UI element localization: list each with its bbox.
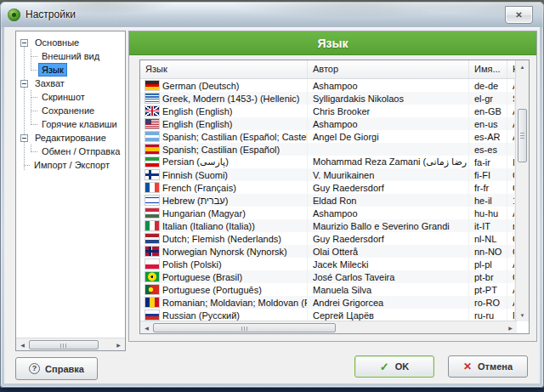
scroll-left-icon[interactable]: ◀ (140, 321, 153, 333)
table-row[interactable]: Persian (پارسی)Mohammad Reza Zamani (محم… (140, 156, 515, 168)
comment-partial: 1 (507, 194, 515, 207)
tree-item-2[interactable]: Язык (16, 63, 125, 77)
table-row[interactable]: Italian (Italiano (Italia))Maurizio Ball… (140, 219, 515, 232)
column-header-author[interactable]: Автор (308, 60, 469, 78)
author-name: Maurizio Ballo e Severino Grandi (308, 219, 469, 232)
scroll-up-icon[interactable]: ▲ (516, 60, 529, 73)
flag-icon-ro (145, 298, 159, 307)
locale-code: ro-RO (469, 296, 507, 309)
titlebar[interactable]: Настройки ✕ (0, 2, 544, 27)
column-header-name[interactable]: Имя... (469, 60, 507, 78)
table-row[interactable]: Romanian; Moldavian; Moldovan (Română)An… (140, 296, 515, 309)
desktop-background: Настройки ✕ ОсновныеВнешний видЯзыкЗахва… (0, 0, 544, 392)
cancel-button[interactable]: ✕ Отмена (448, 355, 528, 378)
scroll-right-icon[interactable]: ▶ (112, 338, 125, 350)
locale-code: pl-pl (469, 258, 507, 270)
tree-item-3[interactable]: Захват (16, 77, 125, 90)
tree-item-1[interactable]: Внешний вид (16, 49, 125, 63)
table-row[interactable]: Spanish; Castilian (Español)es-es (140, 143, 515, 156)
flag-icon-ar (145, 132, 159, 141)
cancel-button-label: Отмена (478, 361, 513, 372)
help-button[interactable]: ? Справка (15, 357, 98, 380)
flag-icon-ru (145, 310, 159, 320)
locale-code: fa-ir (469, 156, 507, 168)
tree-item-label: Горячие клавиши (39, 118, 120, 130)
scroll-left-icon[interactable]: ◀ (16, 338, 29, 350)
table-row[interactable]: Polish (Polski)Jacek Mileckipl-plA (140, 258, 515, 270)
locale-code: it-IT (469, 219, 507, 232)
ok-button[interactable]: ✓ OK (354, 355, 434, 378)
table-row[interactable]: Russian (Русский)Сергей Царёвru-ruГ (140, 309, 515, 321)
locale-code: fr-fr (469, 181, 507, 194)
table-header-row: Язык Автор Имя... К (140, 60, 529, 79)
settings-dialog: Настройки ✕ ОсновныеВнешний видЯзыкЗахва… (0, 2, 544, 388)
flag-icon-no (145, 247, 159, 256)
flag-icon-ir (145, 157, 159, 167)
locale-code: es-es (469, 143, 507, 156)
tree-item-4[interactable]: Скриншот (16, 90, 125, 104)
table-row[interactable]: Finnish (Suomi)V. Muurikainenfi-FIC (140, 168, 515, 181)
locale-code: en-us (469, 117, 507, 130)
language-name: Greek, Modern (1453-) (Hellenic) (162, 94, 299, 104)
flag-icon-fr (145, 183, 159, 192)
x-icon: ✕ (463, 361, 472, 372)
comment-partial: C (507, 270, 515, 283)
table-row[interactable]: Dutch; Flemish (Nederlands)Guy Raedersdo… (140, 232, 515, 245)
flag-icon-pt (145, 285, 159, 294)
table-row[interactable]: German (Deutsch)Ashampoode-deA (140, 79, 515, 92)
collapse-toggle-icon[interactable] (20, 80, 28, 88)
language-name: Italian (Italiano (Italia)) (162, 221, 255, 231)
locale-code: pt-br (469, 270, 507, 283)
section-header: Язык (129, 31, 536, 55)
close-button[interactable]: ✕ (505, 6, 533, 24)
comment-partial: A (507, 283, 515, 296)
table-row[interactable]: Hungarian (Magyar)Ashampoohu-huA (140, 207, 515, 219)
author-name: Mohammad Reza Zamani (محمد رضا زمانی) (308, 156, 469, 168)
tree-item-label: Внешний вид (39, 50, 102, 62)
comment-partial: C (507, 232, 515, 245)
table-row[interactable]: Norwegian Nynorsk (Nynorsk)Olai Otterånn… (140, 245, 515, 258)
comment-partial: I (507, 156, 515, 168)
collapse-toggle-icon[interactable] (20, 39, 28, 47)
flag-icon-us (145, 119, 159, 128)
tree-item-5[interactable]: Сохранение (16, 104, 125, 117)
tree-item-0[interactable]: Основные (16, 36, 125, 49)
tree-item-7[interactable]: Редактирование (16, 131, 125, 145)
collapse-toggle-icon[interactable] (20, 134, 28, 142)
table-hscrollbar-thumb[interactable] (153, 323, 336, 332)
language-name: Dutch; Flemish (Nederlands) (162, 234, 281, 244)
author-name: Guy Raedersdorf (308, 181, 469, 194)
language-name: English (English) (162, 119, 233, 129)
scroll-down-icon[interactable]: ▼ (516, 309, 529, 321)
tree-horizontal-scrollbar[interactable]: ◀ ▶ (16, 338, 125, 350)
table-row[interactable]: Greek, Modern (1453-) (Hellenic)Sylligar… (140, 92, 515, 105)
table-row[interactable]: Spanish; Castilian (Español; Castellano)… (140, 130, 515, 143)
table-row[interactable]: English (English)Ashampooen-usA (140, 117, 515, 130)
author-name: V. Muurikainen (308, 168, 469, 181)
column-header-language[interactable]: Язык (140, 60, 308, 78)
author-name: Jacek Milecki (308, 258, 469, 270)
locale-code: fi-FI (469, 168, 507, 181)
language-name: Romanian; Moldavian; Moldovan (Română) (162, 298, 308, 308)
table-row[interactable]: Hebrew (עברית)Eldad Ronhe-il1 (140, 194, 515, 207)
table-row[interactable]: French (Français)Guy Raedersdorffr-frC (140, 181, 515, 194)
flag-icon-il (145, 196, 159, 205)
table-row[interactable]: English (English)Chris Brookeren-GBA (140, 105, 515, 117)
tree-item-9[interactable]: Импорт / Экспорт (16, 158, 125, 172)
comment-partial: C (507, 168, 515, 181)
table-horizontal-scrollbar[interactable]: ◀ ▶ (140, 321, 517, 333)
table-row[interactable]: Portuguese (Português)Manuela Silvapt-PT… (140, 283, 515, 296)
table-vscrollbar-thumb[interactable] (518, 109, 527, 162)
question-icon: ? (29, 363, 40, 374)
comment-partial: A (507, 117, 515, 130)
tree-item-6[interactable]: Горячие клавиши (16, 117, 125, 131)
comment-partial: A (507, 207, 515, 219)
language-name: German (Deutsch) (162, 81, 239, 91)
scroll-right-icon[interactable]: ▶ (504, 321, 517, 333)
flag-icon-es (145, 145, 159, 154)
tree-item-8[interactable]: Обмен / Отправка (16, 145, 125, 158)
tree-scrollbar-thumb[interactable] (29, 340, 99, 349)
table-row[interactable]: Portuguese (Brasil)José Carlos Taveirapt… (140, 270, 515, 283)
language-name: Norwegian Nynorsk (Nynorsk) (162, 247, 287, 257)
table-vertical-scrollbar[interactable]: ▲ ▼ (515, 60, 529, 321)
